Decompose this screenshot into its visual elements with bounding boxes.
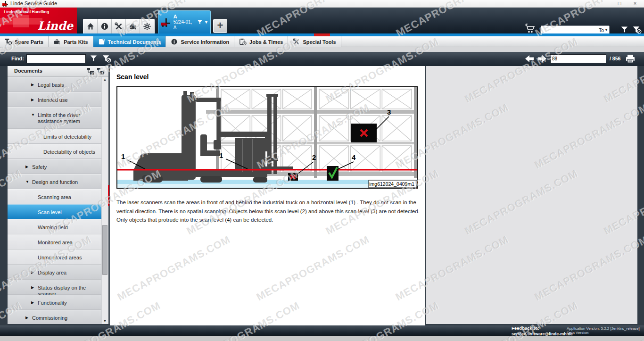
page-title: Scan level [116,73,149,81]
chevron-right-icon[interactable]: ▶ [31,270,34,274]
cart-icon[interactable] [524,24,536,34]
header-search-input[interactable] [541,26,599,33]
truck-tab[interactable]: A 5224-01, A ▼ [158,10,211,33]
find-input[interactable] [26,54,86,63]
chevron-right-icon[interactable]: ▶ [31,285,34,290]
tree-item-safety[interactable]: ▶Safety [8,159,101,174]
next-page-arrow-icon[interactable] [537,54,547,63]
chevron-right-icon[interactable]: ▶ [25,165,28,169]
tree-item-limits-of-detectability[interactable]: Limits of detectability [8,129,101,144]
tree-item-monitored-area[interactable]: Monitored area [8,234,101,250]
to-dropdown-caret-icon[interactable]: ▾ [605,28,609,32]
previous-page-arrow-icon[interactable] [524,54,535,63]
toolbox-icon [129,22,137,31]
tree-item-design-and-function[interactable]: ▼Design and function [8,174,101,189]
chevron-right-icon[interactable]: ▶ [31,300,34,305]
brand-tagline: Linde Material Handling [4,9,49,14]
tree-item-legal-basis[interactable]: ▶Legal basis [8,77,101,92]
tree-item-detectability-of-objects[interactable]: Detectability of objects [8,144,101,159]
documents-sidebar: Documents ▶Legal basis ▶Intended use ▼Li… [8,66,108,324]
scroll-down-icon[interactable]: ▼ [102,318,108,324]
chevron-down-icon[interactable]: ▼ [31,113,35,117]
tab-label: Jobs & Times [249,39,283,45]
home-icon [86,22,95,31]
truck-thumbnail [160,17,172,27]
rack-post [314,87,317,178]
find-bar: Find: / 856 [0,52,644,66]
add-truck-tab-button[interactable]: + [213,19,227,33]
filter-icon[interactable] [620,25,628,34]
print-icon[interactable] [625,54,636,64]
rack-post [414,87,417,178]
status-bar: Feedback to: service.software@linde-mh.d… [0,325,644,336]
scrollbar-thumb[interactable] [102,225,107,275]
collapse-all-icon[interactable] [86,67,94,75]
truck-tab-line2: 5224-01, A [173,19,194,31]
find-filter-clear-icon[interactable] [102,54,112,63]
info-button[interactable] [98,19,112,33]
settings-button[interactable] [140,19,154,33]
find-label: Find: [11,56,24,61]
scan-line [117,169,417,171]
tools-button[interactable] [112,19,126,33]
toolbox-icon [53,38,61,45]
feedback-label: Feedback to: [512,326,573,331]
tree-item-status-display-on-scanner[interactable]: ▶Status display on the scanner [8,280,101,295]
svg-text:1: 1 [219,151,223,159]
parts-toolbox-button[interactable] [126,19,140,33]
tab-service-information[interactable]: Service Information [166,36,234,47]
maximize-button[interactable]: □ [613,0,626,7]
bolt-icon [5,38,12,45]
truck-tab-caret-icon[interactable]: ▼ [204,20,208,25]
tab-technical-documents[interactable]: Technical Documents [93,36,166,47]
sidebar-title: Documents [14,68,42,74]
tree-item-intended-use[interactable]: ▶Intended use [8,92,101,107]
tree-item-limits-driver-assistance[interactable]: ▼Limits of the driver assistance system [8,107,101,129]
selection-position-marker [108,185,109,206]
scroll-up-icon[interactable]: ▲ [102,77,108,83]
tree-item-commissioning[interactable]: ▶Commissioning [8,310,101,324]
truck-filter-icon[interactable] [197,19,203,25]
tree-item-display-area[interactable]: ▶Display area [8,265,101,280]
chevron-right-icon[interactable]: ▶ [25,316,28,320]
tree-item-scan-level[interactable]: Scan level [8,204,101,219]
tab-label: Special Tools [303,39,336,45]
chevron-right-icon[interactable]: ▶ [31,83,34,87]
to-dropdown[interactable]: To [599,27,605,33]
tools-icon [115,22,123,31]
minimize-button[interactable]: – [598,0,611,7]
chevron-right-icon[interactable]: ▶ [31,98,34,102]
sidebar-scrollbar[interactable]: ▲ ▼ [101,77,108,324]
document-book-icon [98,38,105,45]
tab-special-tools[interactable]: Special Tools [288,36,341,47]
title-bar: Linde Service Guide – □ × [0,0,644,8]
svg-text:3: 3 [387,108,391,116]
main-toolbar [83,19,155,34]
tab-label: Spare Parts [15,39,43,45]
tree-item-scanning-area[interactable]: Scanning area [8,189,101,204]
linde-service-guide-window: Linde Service Guide – □ × Linde Material… [0,0,644,341]
object-above-scan-level [351,124,377,142]
tree-item-warning-field[interactable]: Warning field [8,219,101,234]
home-button[interactable] [83,19,98,33]
tree-item-functionality[interactable]: ▶Functionality [8,295,101,310]
svg-text:1: 1 [121,152,125,160]
tab-jobs-times[interactable]: Jobs & Times [234,36,288,47]
truck-tab-line1: A [173,14,194,19]
tab-spare-parts[interactable]: Spare Parts [0,36,49,47]
expand-all-icon[interactable] [97,67,105,75]
forklift-silhouette [133,91,293,183]
content-right-spacer [426,66,637,324]
tab-label: Parts Kits [64,39,88,45]
figure-caption: img612024_0409m1 [369,180,417,188]
application-version: Application Version: 5.2.2 [Jenkins_rele… [567,326,644,331]
sidebar-header: Documents [8,66,108,77]
tab-label: Service Information [181,39,229,45]
find-filter-icon[interactable] [90,54,98,63]
tree-item-unmonitored-areas[interactable]: Unmonitored areas [8,250,101,265]
brand-logotext: Linde [38,19,74,33]
close-button[interactable]: × [628,0,642,7]
tab-parts-kits[interactable]: Parts Kits [49,36,93,47]
chevron-down-icon[interactable]: ▼ [25,180,29,184]
page-number-input[interactable] [550,54,606,63]
